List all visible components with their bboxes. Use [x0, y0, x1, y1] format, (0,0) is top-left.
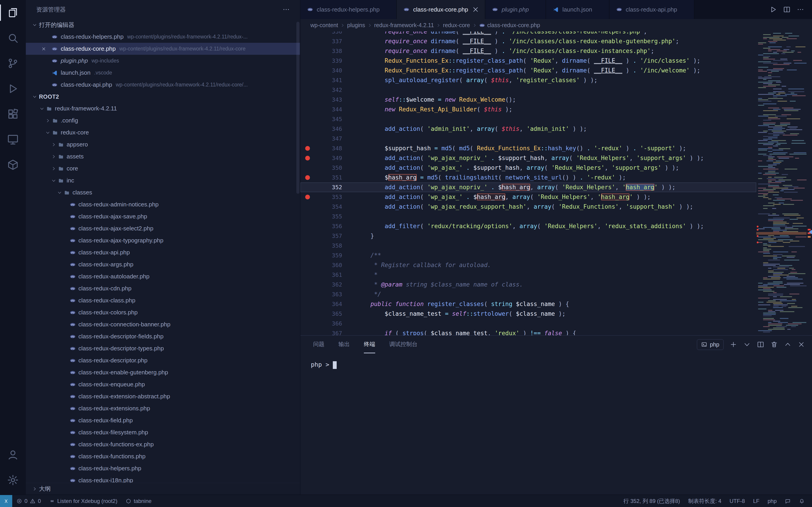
code-line-337[interactable]: 337 require_once dirname( __FILE__ ) . '…: [300, 37, 756, 46]
language-status[interactable]: php: [764, 495, 781, 507]
code-line-353[interactable]: 353 add_action( 'wp_ajax_' . $hash_arg, …: [300, 192, 756, 202]
minimap[interactable]: [756, 32, 807, 335]
gutter[interactable]: 366: [300, 319, 342, 328]
gutter[interactable]: 350: [300, 163, 342, 173]
activity-package[interactable]: [0, 152, 26, 177]
breakpoint-icon[interactable]: [305, 194, 310, 200]
run-or-debug-icon[interactable]: [769, 6, 777, 13]
activity-extensions[interactable]: [0, 101, 26, 127]
tab-plugin.php[interactable]: php plugin.php: [485, 0, 546, 19]
open-editor-item[interactable]: php plugin.php wp-includes: [26, 55, 300, 67]
code-line-349[interactable]: 349 add_action( 'wp_ajax_nopriv_' . $sup…: [300, 153, 756, 163]
gutter[interactable]: 357: [300, 231, 342, 241]
breakpoint-zone[interactable]: [300, 175, 314, 180]
terminal-picker[interactable]: php: [697, 339, 724, 350]
tree-item-class-redux-autoloader.php[interactable]: phpclass-redux-autoloader.php: [26, 271, 300, 282]
breadcrumb-item[interactable]: redux-framework-4.2.11: [374, 22, 434, 29]
tab-launch.json[interactable]: launch.json: [546, 0, 609, 19]
tree-item-class-redux-descriptor-fields.php[interactable]: phpclass-redux-descriptor-fields.php: [26, 331, 300, 342]
gutter[interactable]: 336: [300, 32, 342, 37]
notifications-status[interactable]: [795, 495, 809, 507]
gutter[interactable]: 358: [300, 241, 342, 250]
tab-class-redux-core.php[interactable]: php class-redux-core.php: [397, 0, 485, 19]
tree-item-class-redux-functions-ex.php[interactable]: phpclass-redux-functions-ex.php: [26, 438, 300, 450]
gutter[interactable]: 338: [300, 46, 342, 56]
gutter[interactable]: 341: [300, 75, 342, 85]
outline-header[interactable]: 大纲: [26, 483, 300, 495]
breakpoint-zone[interactable]: [300, 146, 314, 151]
activity-source-control[interactable]: [0, 51, 26, 76]
tree-item-redux-framework-4.2.11[interactable]: redux-framework-4.2.11: [26, 103, 300, 115]
gutter[interactable]: 343: [300, 95, 342, 105]
gutter[interactable]: 359: [300, 250, 342, 260]
code-line-358[interactable]: 358: [300, 241, 756, 250]
terminal-view[interactable]: php >: [300, 353, 812, 495]
code-line-367[interactable]: 367 if ( strpos( $class_name_test, 'redu…: [300, 328, 756, 335]
code-line-336[interactable]: 336 require_once dirname( __FILE__ ) . '…: [300, 32, 756, 37]
terminal-dropdown-icon[interactable]: [743, 341, 751, 348]
code-line-346[interactable]: 346 add_action( 'admin_init', array( $th…: [300, 124, 756, 134]
problems-status[interactable]: 0 0: [12, 495, 45, 507]
code-line-340[interactable]: 340 Redux_Functions_Ex::register_class_p…: [300, 66, 756, 75]
close-icon[interactable]: [41, 46, 46, 51]
tree-item-class-redux-field.php[interactable]: phpclass-redux-field.php: [26, 414, 300, 427]
tree-item-appsero[interactable]: appsero: [26, 138, 300, 151]
sidebar-more-actions-icon[interactable]: [282, 6, 290, 13]
code-line-357[interactable]: 357 }: [300, 231, 756, 241]
gutter[interactable]: 364: [300, 299, 342, 309]
split-terminal-icon[interactable]: [757, 341, 764, 348]
open-editor-item[interactable]: launch.json .vscode: [26, 67, 300, 79]
tree-item-class-redux-filesystem.php[interactable]: phpclass-redux-filesystem.php: [26, 427, 300, 438]
code-line-366[interactable]: 366: [300, 319, 756, 328]
more-actions-icon[interactable]: [797, 6, 804, 13]
breakpoint-icon[interactable]: [305, 175, 310, 180]
breadcrumb-file[interactable]: phpclass-redux-core.php: [479, 22, 540, 29]
tree-item-class-redux-ajax-save.php[interactable]: phpclass-redux-ajax-save.php: [26, 211, 300, 223]
tree-item-class-redux-ajax-select2.php[interactable]: phpclass-redux-ajax-select2.php: [26, 223, 300, 234]
tree-item-class-redux-colors.php[interactable]: phpclass-redux-colors.php: [26, 306, 300, 319]
code-editor[interactable]: 336 require_once dirname( __FILE__ ) . '…: [300, 32, 812, 335]
gutter[interactable]: 361: [300, 270, 342, 280]
code-line-342[interactable]: 342: [300, 85, 756, 95]
code-line-362[interactable]: 362 * @param string $class_name name of …: [300, 280, 756, 289]
code-line-350[interactable]: 350 add_action( 'wp_ajax_' . $support_ha…: [300, 163, 756, 173]
code-line-352[interactable]: 352 add_action( 'wp_ajax_nopriv_' . $has…: [300, 182, 756, 192]
gutter[interactable]: 355: [300, 212, 342, 221]
gutter[interactable]: 356: [300, 221, 342, 231]
code-line-360[interactable]: 360 * Register callback for autoload.: [300, 260, 756, 270]
gutter[interactable]: 365: [300, 309, 342, 319]
code-line-354[interactable]: 354 add_action( 'wp_ajax_redux_support_h…: [300, 202, 756, 212]
tree-item-classes[interactable]: classes: [26, 186, 300, 199]
gutter[interactable]: 351: [300, 173, 342, 182]
breadcrumb-item[interactable]: plugins: [347, 22, 365, 29]
tree-item-class-redux-functions.php[interactable]: phpclass-redux-functions.php: [26, 450, 300, 462]
breakpoint-icon[interactable]: [305, 156, 310, 161]
code-line-348[interactable]: 348 $support_hash = md5( md5( Redux_Func…: [300, 144, 756, 153]
tree-item-.config[interactable]: .config: [26, 115, 300, 126]
tree-item-class-redux-admin-notices.php[interactable]: phpclass-redux-admin-notices.php: [26, 199, 300, 211]
overview-ruler[interactable]: [807, 32, 812, 335]
gutter[interactable]: 349: [300, 153, 342, 163]
activity-accounts[interactable]: [0, 442, 26, 467]
kill-terminal-icon[interactable]: [770, 341, 778, 348]
tree-item-class-redux-api.php[interactable]: phpclass-redux-api.php: [26, 246, 300, 259]
gutter[interactable]: 353: [300, 192, 342, 202]
tree-item-class-redux-enqueue.php[interactable]: phpclass-redux-enqueue.php: [26, 379, 300, 390]
code-line-365[interactable]: 365 $class_name_test = self::strtolower(…: [300, 309, 756, 319]
tree-item-class-redux-descriptor-types.php[interactable]: phpclass-redux-descriptor-types.php: [26, 342, 300, 354]
panel-tab-问题[interactable]: 问题: [313, 336, 324, 353]
sidebar-scrollbar[interactable]: [296, 22, 300, 194]
tabnine-status[interactable]: tabnine: [121, 495, 156, 507]
code-line-347[interactable]: 347: [300, 134, 756, 144]
breadcrumb-item[interactable]: wp-content: [310, 22, 338, 29]
gutter[interactable]: 362: [300, 280, 342, 289]
activity-explorer[interactable]: [0, 0, 26, 25]
activity-run-and-debug[interactable]: [0, 76, 26, 101]
eol-status[interactable]: LF: [749, 495, 764, 507]
maximize-panel-icon[interactable]: [784, 341, 792, 348]
code-line-341[interactable]: 341 spl_autoload_register( array( $this,…: [300, 75, 756, 85]
open-editor-item[interactable]: php class-redux-helpers.php wp-content/p…: [26, 31, 300, 43]
breakpoint-zone[interactable]: [300, 156, 314, 161]
panel-tab-输出[interactable]: 输出: [339, 336, 350, 353]
code-line-361[interactable]: 361 *: [300, 270, 756, 280]
